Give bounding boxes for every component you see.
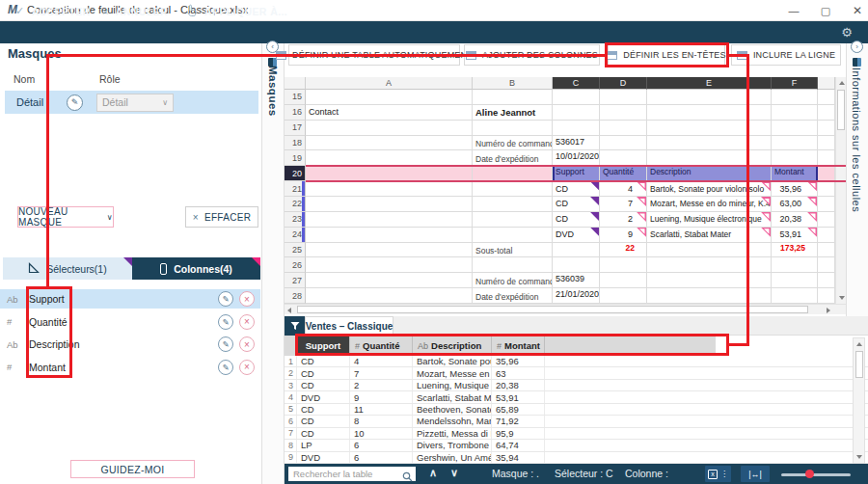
sheet-cell-C20[interactable]: Support [553, 166, 600, 181]
column-header-C[interactable]: C [553, 77, 600, 90]
sheet-cell-B21[interactable] [473, 181, 553, 197]
sheet-cell-D18[interactable] [600, 136, 647, 151]
sheet-cell-C15[interactable] [553, 90, 600, 105]
delete-field-icon[interactable]: × [239, 314, 255, 330]
sheet-cell-G19[interactable] [818, 150, 835, 166]
table-cell[interactable]: Pizzetti, Messa di Re... [413, 428, 492, 439]
scrollbar-thumb[interactable] [837, 90, 845, 130]
sheet-cell-E19[interactable] [647, 150, 772, 166]
table-row-8[interactable]: 8LP6Divers, Trombone mo...64,74 [285, 440, 868, 451]
table-cell[interactable]: 65,89 [492, 404, 545, 415]
sheet-cell-G16[interactable] [818, 105, 835, 121]
table-cell[interactable]: 4 [285, 391, 297, 402]
search-previous-button[interactable]: ∧ [429, 467, 437, 479]
sheet-horizontal-scrollbar[interactable] [285, 304, 846, 314]
sheet-cell-F21[interactable]: 35,96 [772, 181, 818, 197]
sheet-cell-F16[interactable] [772, 105, 818, 121]
table-cell[interactable]: 64,74 [492, 440, 545, 450]
table-cell[interactable]: 11 [350, 404, 413, 415]
sheet-cell-E28[interactable] [647, 288, 772, 304]
table-cell[interactable]: Bartok, Sonate pour... [413, 356, 492, 366]
sheet-cell-A25[interactable] [306, 243, 473, 258]
sheet-cell-C24[interactable]: DVD [553, 228, 600, 243]
row-header-15[interactable]: 15 [285, 90, 306, 105]
zoom-slider-handle[interactable] [805, 470, 814, 478]
sheet-cell-B24[interactable] [473, 228, 553, 243]
sheet-cell-B17[interactable] [473, 121, 553, 136]
sheet-cell-A15[interactable] [306, 90, 473, 105]
list-item-description[interactable]: AbDescription✎× [0, 335, 260, 354]
edit-field-icon[interactable]: ✎ [218, 291, 233, 307]
column-header-num[interactable] [285, 77, 306, 90]
accept-button[interactable]: ✓ ACCEPTER [15, 0, 91, 22]
sheet-cell-A26[interactable] [306, 257, 473, 273]
table-cell[interactable]: 20,38 [492, 380, 545, 390]
list-item-quantité[interactable]: #Quantité✎× [0, 312, 260, 332]
add-columns-button[interactable]: AJOUTER DES COLONNES [464, 44, 600, 66]
fit-width-button[interactable]: |↔| [741, 466, 770, 482]
sheet-cell-B20[interactable] [473, 166, 553, 181]
table-row-4[interactable]: 4DVD9Scarlatti, Stabat Mater53,91 [285, 391, 868, 403]
sheet-cell-A23[interactable] [306, 212, 473, 228]
define-table-auto-button[interactable]: DÉFINIR UNE TABLE AUTOMATIQUEMENT [288, 44, 460, 66]
table-cell[interactable]: CD [297, 367, 350, 378]
table-cell[interactable]: 6 [285, 416, 297, 426]
column-header-F[interactable]: F [772, 77, 818, 90]
sheet-cell-F18[interactable] [772, 136, 818, 151]
guide-me-button[interactable]: GUIDEZ-MOI [70, 460, 195, 478]
sheet-cell-G21[interactable] [818, 181, 835, 197]
expand-panel-icon[interactable]: › [851, 40, 863, 53]
row-header-26[interactable]: 26 [285, 257, 306, 273]
table-row-5[interactable]: 5CD11Beethoven, Sonate P...65,89 [285, 404, 868, 416]
sheet-cell-E24[interactable]: Scarlatti, Stabat Mater [647, 228, 772, 243]
tab-columns[interactable]: Colonnes(4) [132, 257, 260, 280]
sheet-cell-F22[interactable]: 63,00 [772, 197, 818, 212]
scrollbar-thumb[interactable] [297, 306, 808, 313]
search-icon[interactable] [402, 469, 413, 484]
minimize-button[interactable]: — [779, 0, 808, 21]
table-cell[interactable]: 2 [350, 380, 413, 390]
table-cell[interactable]: 1 [285, 356, 297, 366]
table-cell[interactable]: 4 [350, 356, 413, 366]
sheet-cell-A28[interactable] [306, 288, 473, 304]
table-cell[interactable]: CD [297, 428, 350, 439]
sheet-cell-A20[interactable] [306, 166, 473, 181]
row-header-20[interactable]: 20 [285, 166, 306, 181]
sheet-cell-G28[interactable] [818, 288, 835, 304]
sheet-cell-C16[interactable] [553, 105, 600, 121]
scroll-up-icon[interactable] [839, 81, 845, 85]
sheet-cell-B16[interactable]: Aline Jeannot [473, 105, 553, 121]
row-header-28[interactable]: 28 [285, 288, 306, 304]
scroll-down-icon[interactable] [839, 296, 845, 300]
table-cell[interactable]: 53,91 [492, 391, 545, 402]
edit-mask-icon[interactable]: ✎ [67, 94, 83, 111]
table-header-support[interactable]: Support [297, 336, 350, 356]
sheet-cell-F19[interactable] [772, 150, 818, 166]
sheet-cell-G22[interactable] [818, 197, 835, 212]
sheet-cell-D24[interactable]: 9 [600, 228, 647, 243]
edit-field-icon[interactable]: ✎ [218, 314, 233, 330]
sheet-cell-C25[interactable] [553, 243, 600, 258]
zoom-slider-track[interactable] [781, 473, 851, 476]
sheet-cell-D21[interactable]: 4 [600, 181, 647, 197]
table-cell[interactable]: 7 [350, 367, 413, 378]
sheet-cell-B15[interactable] [473, 90, 553, 105]
sheet-cell-B23[interactable] [473, 212, 553, 228]
table-row-7[interactable]: 7CD10Pizzetti, Messa di Re...95,9 [285, 428, 868, 440]
sheet-cell-C28[interactable]: 21/01/2020 [553, 288, 600, 304]
sheet-cell-E15[interactable] [647, 90, 772, 105]
row-header-16[interactable]: 16 [285, 105, 306, 121]
row-header-18[interactable]: 18 [285, 136, 306, 151]
sheet-cell-F25[interactable]: 173,25 [772, 243, 818, 258]
table-cell[interactable]: CD [297, 356, 350, 366]
table-cell[interactable]: CD [297, 404, 350, 415]
excel-export-button[interactable]: x ⋮ [705, 466, 731, 482]
tab-selectors[interactable]: Sélecteurs(1) [3, 257, 132, 280]
sheet-cell-A21[interactable] [306, 181, 473, 197]
sheet-cell-G24[interactable] [818, 228, 835, 243]
sheet-cell-D26[interactable] [600, 257, 647, 273]
cell-info-vertical-tab[interactable]: Informations sur les cellules [851, 67, 862, 212]
table-cell[interactable]: LP [297, 440, 350, 450]
sheet-cell-F23[interactable]: 20,38 [772, 212, 818, 228]
mask-row-detail[interactable]: Détail ✎ Détail ∨ [5, 91, 258, 114]
